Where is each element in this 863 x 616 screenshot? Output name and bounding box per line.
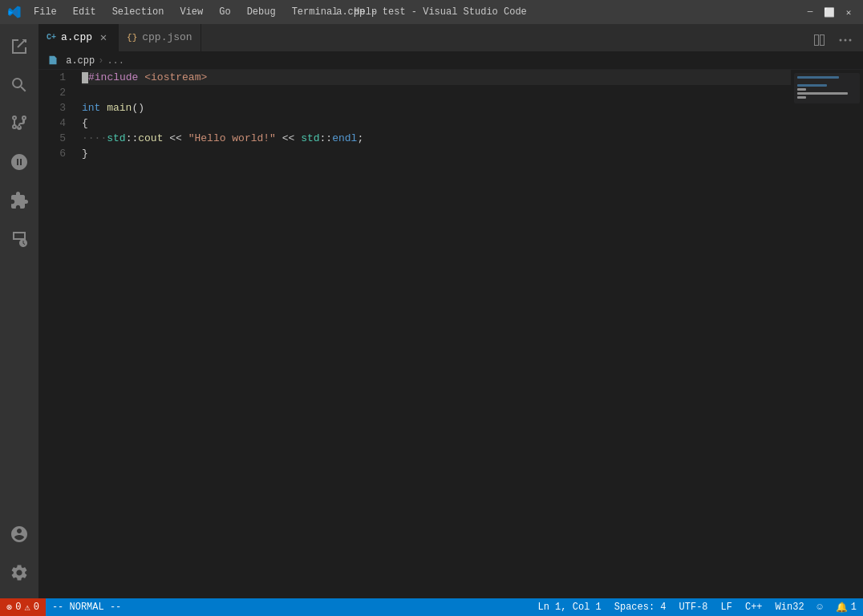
minimap-line-1 (797, 76, 839, 79)
cursor (82, 72, 88, 83)
token-std2: std (301, 131, 319, 146)
close-button[interactable]: ✕ (842, 6, 855, 18)
line-ending-text: LF (721, 602, 732, 613)
svg-point-0 (840, 39, 842, 42)
status-language[interactable]: C++ (739, 598, 769, 616)
status-vim-mode[interactable]: -- NORMAL -- (46, 598, 128, 616)
status-line-ending[interactable]: LF (715, 598, 739, 616)
token-endl: endl (332, 131, 357, 146)
activity-bar (0, 24, 38, 598)
token-space2 (100, 100, 107, 116)
vscode-logo-icon (8, 6, 21, 18)
platform-text: Win32 (776, 602, 804, 613)
menu-edit[interactable]: Edit (67, 5, 103, 19)
activity-accounts-icon[interactable] (0, 515, 38, 553)
token-main: main (107, 100, 132, 116)
status-platform[interactable]: Win32 (769, 598, 811, 616)
menu-debug[interactable]: Debug (241, 5, 282, 19)
minimap-content (794, 73, 860, 103)
menu-go[interactable]: Go (213, 5, 237, 19)
activity-source-control-icon[interactable] (0, 104, 38, 143)
status-feedback[interactable]: ☺ (811, 598, 829, 616)
status-encoding[interactable]: UTF-8 (673, 598, 715, 616)
activity-explorer-icon[interactable] (0, 27, 38, 66)
spaces-text: Spaces: 4 (614, 602, 666, 613)
status-spaces[interactable]: Spaces: 4 (608, 598, 673, 616)
token-shift2: << (282, 131, 295, 146)
activity-extensions-icon[interactable] (0, 181, 38, 220)
activity-search-icon[interactable] (0, 66, 38, 104)
status-left: ⊗ 0 ⚠ 0 -- NORMAL -- (0, 598, 128, 616)
warning-count: 0 (34, 602, 39, 613)
token-std1: std (107, 131, 125, 146)
line-number-3: 3 (38, 100, 72, 116)
code-line-3: int main() (82, 100, 791, 116)
token-shift1: << (169, 131, 182, 146)
code-line-1: #include <iostream> (82, 70, 791, 85)
status-right: Ln 1, Col 1 Spaces: 4 UTF-8 LF C++ Win32… (532, 598, 863, 616)
tab-json-icon: {} (127, 33, 137, 43)
minimap-line-4 (797, 88, 806, 91)
minimap-line-3 (797, 84, 827, 87)
line-number-5: 5 (38, 131, 72, 146)
minimize-button[interactable]: ─ (804, 6, 816, 18)
code-line-6: } (82, 146, 791, 161)
bell-icon: 🔔 (836, 602, 848, 614)
window-controls: ─ ⬜ ✕ (804, 6, 855, 18)
token-open-brace: { (82, 116, 88, 131)
title-bar-left: File Edit Selection View Go Debug Termin… (8, 5, 383, 19)
activity-debug-icon[interactable] (0, 143, 38, 181)
split-editor-button[interactable] (808, 29, 831, 51)
status-notifications[interactable]: 🔔 1 (829, 598, 863, 616)
feedback-icon: ☺ (817, 602, 823, 613)
warning-icon: ⚠ (24, 602, 30, 614)
error-count: 0 (15, 602, 21, 613)
status-bar: ⊗ 0 ⚠ 0 -- NORMAL -- Ln 1, Col 1 Spaces:… (0, 598, 863, 616)
window-title: a.cpp - test - Visual Studio Code (336, 6, 527, 18)
tab-cpp-json[interactable]: {} cpp.json (119, 24, 201, 51)
restore-button[interactable]: ⬜ (823, 6, 836, 18)
code-line-2 (82, 85, 791, 100)
more-actions-button[interactable] (834, 29, 857, 51)
editor-content[interactable]: 1 2 3 4 5 6 #include <iostream> int main… (38, 70, 863, 598)
status-errors-warnings[interactable]: ⊗ 0 ⚠ 0 (0, 598, 46, 616)
token-scope2: :: (320, 131, 333, 146)
token-indent: ···· (82, 131, 107, 146)
tab-cpp-icon: C+ (47, 33, 56, 42)
breadcrumb-separator: › (98, 55, 103, 67)
code-area[interactable]: #include <iostream> int main() { ····std… (79, 70, 791, 598)
status-position[interactable]: Ln 1, Col 1 (532, 598, 608, 616)
line-number-6: 6 (38, 146, 72, 161)
encoding-text: UTF-8 (679, 602, 708, 613)
menu-view[interactable]: View (173, 5, 209, 19)
tab-label-a-cpp: a.cpp (61, 31, 92, 43)
token-cout: cout (138, 131, 163, 146)
tab-a-cpp[interactable]: C+ a.cpp ✕ (38, 24, 119, 51)
tab-bar: C+ a.cpp ✕ {} cpp.json (38, 24, 863, 52)
svg-point-2 (849, 39, 852, 42)
token-scope1: :: (126, 131, 139, 146)
line-number-2: 2 (38, 85, 72, 100)
code-line-5: ····std::cout << "Hello world!" << std::… (82, 131, 791, 146)
activity-remote-icon[interactable] (0, 220, 38, 258)
error-icon: ⊗ (6, 602, 12, 614)
token-include-keyword: #include (88, 70, 138, 85)
title-bar: File Edit Selection View Go Debug Termin… (0, 0, 863, 24)
breadcrumb-file: a.cpp (48, 55, 95, 67)
minimap (791, 70, 863, 598)
token-space6 (294, 131, 301, 146)
token-semicolon: ; (357, 131, 363, 146)
tab-close-a-cpp[interactable]: ✕ (97, 31, 110, 44)
activity-settings-icon[interactable] (0, 553, 38, 592)
token-space4 (182, 131, 188, 146)
svg-point-1 (845, 39, 847, 42)
editor-area: C+ a.cpp ✕ {} cpp.json a.cpp (38, 24, 863, 598)
token-string: "Hello world!" (188, 131, 276, 146)
menu-selection[interactable]: Selection (106, 5, 171, 19)
menu-file[interactable]: File (27, 5, 63, 19)
token-include-file: <iostream> (144, 70, 207, 85)
tab-label-cpp-json: cpp.json (142, 31, 192, 43)
line-number-4: 4 (38, 116, 72, 131)
breadcrumb: a.cpp › ... (38, 52, 863, 70)
breadcrumb-section: ... (107, 55, 124, 67)
